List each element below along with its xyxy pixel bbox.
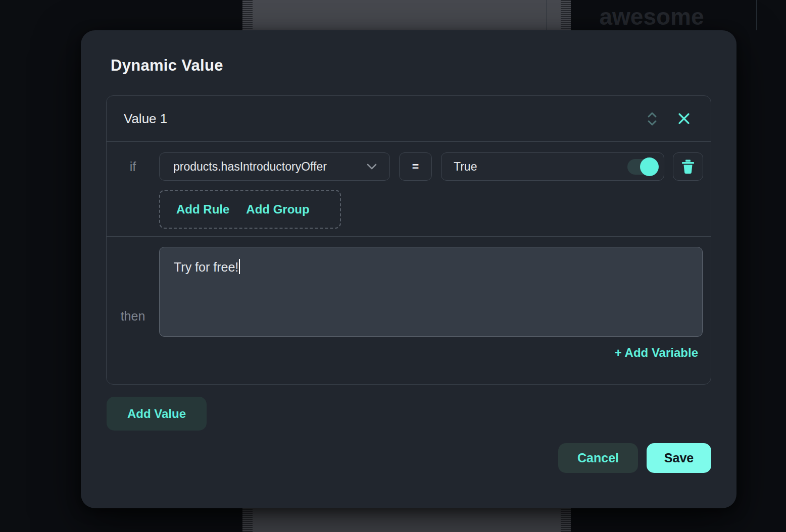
trash-icon <box>680 158 696 175</box>
rule-row: if products.hasIntroductoryOffer = True <box>107 152 711 181</box>
condition-section: if products.hasIntroductoryOffer = True <box>107 142 711 236</box>
add-value-button[interactable]: Add Value <box>107 397 207 431</box>
add-rule-button[interactable]: Add Rule <box>176 202 229 217</box>
cancel-button[interactable]: Cancel <box>558 443 638 473</box>
sort-chevrons-icon <box>646 120 658 126</box>
paywall-headline: The start of an awesome <box>572 0 732 30</box>
save-button[interactable]: Save <box>647 443 711 473</box>
if-label: if <box>130 159 136 174</box>
value-name: Value 1 <box>124 111 644 127</box>
modal-title: Dynamic Value <box>111 57 711 75</box>
reorder-value-button[interactable] <box>644 110 660 128</box>
then-section: then Try for free! + Add Variable <box>107 236 711 384</box>
condition-value-field[interactable]: True <box>441 152 664 181</box>
dynamic-value-modal: Dynamic Value Value 1 <box>81 30 736 508</box>
value-card-actions <box>644 110 693 128</box>
sort-chevrons-icon <box>646 112 658 118</box>
value-text-input[interactable]: Try for free! <box>159 247 703 337</box>
close-icon <box>677 112 691 125</box>
selected-text-element: The start of an awesome <box>547 0 757 30</box>
add-variable-button[interactable]: + Add Variable <box>615 346 698 360</box>
value-card-header: Value 1 <box>107 96 711 142</box>
condition-field-dropdown[interactable]: products.hasIntroductoryOffer <box>159 152 390 181</box>
toggle-knob <box>640 157 659 176</box>
condition-value-text: True <box>454 160 477 174</box>
delete-rule-button[interactable] <box>673 152 703 181</box>
add-group-button[interactable]: Add Group <box>246 202 309 217</box>
boolean-toggle[interactable] <box>627 159 657 175</box>
text-cursor <box>239 259 240 274</box>
value-card: Value 1 <box>106 95 711 385</box>
remove-value-button[interactable] <box>675 110 693 127</box>
chevron-down-icon <box>366 163 377 170</box>
condition-field-value: products.hasIntroductoryOffer <box>173 160 327 174</box>
screen: The start of an awesome Dynamic Value Va… <box>0 0 786 532</box>
then-label: then <box>121 309 145 324</box>
value-text-content: Try for free! <box>174 260 238 274</box>
operator-button[interactable]: = <box>399 152 432 181</box>
add-rule-group-box: Add Rule Add Group <box>159 190 341 229</box>
modal-footer: Cancel Save <box>106 443 711 473</box>
